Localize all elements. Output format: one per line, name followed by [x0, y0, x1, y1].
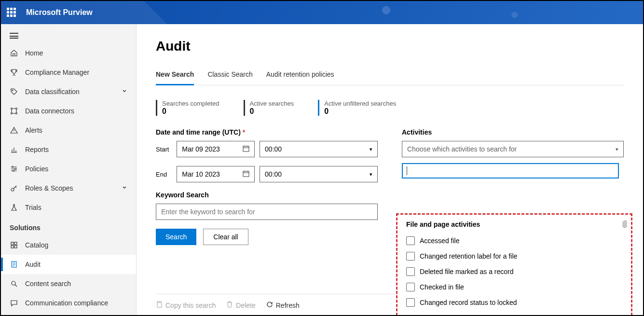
sidebar-item-label: Compliance Manager	[25, 69, 89, 76]
delete-button: Delete	[226, 301, 255, 309]
activity-label: Checked in file	[420, 283, 464, 291]
start-time-value: 00:00	[265, 145, 282, 153]
chevron-down-icon: ▾	[616, 146, 618, 152]
vertical-scrollbar-thumb[interactable]	[622, 220, 627, 228]
trash-icon	[226, 301, 233, 309]
activities-search-input[interactable]	[402, 163, 619, 179]
chevron-down-icon	[122, 88, 127, 96]
sidebar-item-compliance-manager[interactable]: Compliance Manager	[1, 63, 136, 82]
sidebar: Home Compliance Manager Data classificat…	[1, 24, 137, 315]
sidebar-item-data-classification[interactable]: Data classification	[1, 82, 136, 101]
sidebar-item-data-connectors[interactable]: Data connectors	[1, 101, 136, 121]
end-time-value: 00:00	[265, 170, 282, 178]
checkbox[interactable]	[406, 283, 415, 291]
activity-option[interactable]: Changed record status to locked	[406, 295, 627, 310]
stat-value: 0	[162, 107, 219, 116]
sidebar-item-label: Data connectors	[25, 107, 74, 115]
refresh-label: Refresh	[276, 302, 300, 309]
stat-value: 0	[324, 107, 396, 116]
svg-point-5	[12, 166, 14, 168]
sidebar-item-reports[interactable]: Reports	[1, 140, 136, 159]
start-label: Start	[156, 146, 172, 153]
connector-icon	[10, 107, 18, 115]
stat-active-unfiltered: Active unfiltered searches 0	[318, 100, 396, 116]
sidebar-item-communication-compliance[interactable]: Communication compliance	[1, 293, 136, 313]
end-time-input[interactable]: 00:00 ▾	[260, 166, 378, 182]
trophy-icon	[10, 68, 18, 77]
sidebar-item-policies[interactable]: Policies	[1, 159, 136, 179]
date-range-label: Date and time range (UTC) *	[156, 128, 378, 136]
app-launcher-icon[interactable]	[7, 8, 16, 17]
key-icon	[10, 184, 18, 192]
sidebar-item-label: Trials	[25, 204, 41, 211]
sidebar-item-roles-scopes[interactable]: Roles & Scopes	[1, 179, 136, 198]
activity-label: Deleted file marked as a record	[420, 268, 514, 275]
tab-classic-search[interactable]: Classic Search	[207, 66, 252, 85]
svg-rect-10	[14, 242, 17, 245]
activity-label: Changed record status to locked	[420, 299, 517, 306]
checkbox[interactable]	[406, 252, 415, 261]
sidebar-toggle[interactable]	[1, 28, 136, 43]
home-icon	[10, 49, 18, 57]
svg-point-7	[13, 170, 14, 172]
refresh-button[interactable]: Refresh	[266, 301, 300, 309]
checkbox[interactable]	[406, 267, 415, 276]
keyword-input[interactable]	[156, 204, 378, 220]
stat-searches-completed: Searches completed 0	[156, 100, 219, 116]
svg-rect-11	[11, 246, 14, 248]
chevron-down-icon: ▾	[370, 146, 372, 152]
sidebar-item-catalog[interactable]: Catalog	[1, 235, 136, 255]
activity-option[interactable]: Deleted file marked as a record	[406, 264, 627, 279]
activity-option[interactable]: Changed retention label for a file	[406, 248, 627, 264]
svg-rect-12	[14, 246, 17, 248]
activities-group-header: File and page activities	[406, 220, 627, 228]
refresh-icon	[266, 301, 273, 309]
sidebar-item-content-search[interactable]: Content search	[1, 274, 136, 293]
sidebar-item-label: Content search	[25, 280, 71, 288]
activities-dropdown-panel: ▴ File and page activities Accessed file…	[396, 213, 632, 315]
search-button[interactable]: Search	[156, 229, 196, 245]
sidebar-item-home[interactable]: Home	[1, 43, 136, 63]
tab-audit-retention[interactable]: Audit retention policies	[266, 66, 334, 85]
checkbox[interactable]	[406, 236, 415, 245]
start-time-input[interactable]: 00:00 ▾	[260, 141, 378, 157]
checkbox[interactable]	[406, 298, 415, 307]
end-date-input[interactable]: Mar 10 2023	[177, 166, 255, 182]
audit-icon	[10, 260, 18, 269]
sidebar-item-label: Policies	[25, 165, 48, 173]
svg-rect-15	[243, 146, 249, 151]
end-date-value: Mar 10 2023	[182, 170, 220, 178]
activity-option[interactable]: Checked in file	[406, 279, 627, 295]
svg-rect-9	[11, 242, 14, 245]
keyword-field[interactable]	[161, 204, 372, 220]
sidebar-item-label: Audit	[25, 261, 41, 268]
activities-label: Activities	[402, 128, 624, 136]
sidebar-item-label: Alerts	[25, 126, 42, 134]
activity-label: Accessed file	[420, 237, 459, 245]
copy-search-button: Copy this search	[156, 301, 216, 309]
activity-label: Changed retention label for a file	[420, 252, 517, 260]
sidebar-item-label: Data classification	[25, 88, 80, 96]
brand-title: Microsoft Purview	[26, 8, 93, 17]
grid-icon	[10, 241, 18, 249]
app-header: Microsoft Purview	[1, 1, 643, 24]
start-date-input[interactable]: Mar 09 2023	[177, 141, 255, 157]
end-label: End	[156, 171, 172, 178]
stat-label: Active searches	[250, 100, 294, 107]
activity-option[interactable]: Accessed file	[406, 233, 627, 248]
tag-icon	[10, 87, 18, 96]
sidebar-item-trials[interactable]: Trials	[1, 198, 136, 217]
sidebar-item-label: Catalog	[25, 241, 48, 249]
text-cursor	[407, 166, 407, 175]
activities-placeholder: Choose which activities to search for	[407, 145, 517, 153]
svg-point-14	[12, 281, 15, 285]
sidebar-item-audit[interactable]: Audit	[1, 255, 136, 274]
chevron-down-icon: ▾	[370, 171, 372, 178]
tab-new-search[interactable]: New Search	[156, 66, 194, 85]
clear-all-button[interactable]: Clear all	[203, 229, 248, 245]
activities-select[interactable]: Choose which activities to search for ▾	[402, 141, 624, 157]
keyword-label: Keyword Search	[156, 191, 378, 199]
tabs: New Search Classic Search Audit retentio…	[156, 66, 624, 85]
chevron-down-icon	[122, 184, 127, 192]
sidebar-item-alerts[interactable]: Alerts	[1, 121, 136, 140]
